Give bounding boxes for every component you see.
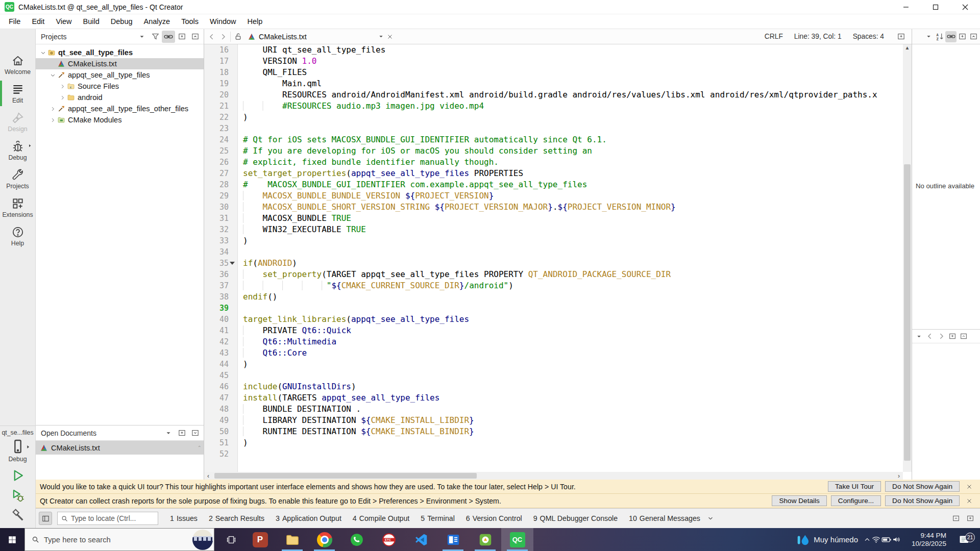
minimize-button[interactable] — [891, 0, 921, 14]
build-button[interactable] — [10, 508, 26, 525]
code-line-36[interactable]: 36 set_property(TARGET appqt_see_all_typ… — [204, 269, 903, 280]
outline-forward-icon[interactable] — [936, 331, 947, 342]
menu-file[interactable]: File — [3, 15, 26, 28]
close-document-icon[interactable] — [384, 31, 396, 42]
code-line-47[interactable]: 47install(TARGETS appqt_see_all_type_fil… — [204, 392, 903, 404]
tree-item-android[interactable]: android — [36, 92, 204, 103]
menu-build[interactable]: Build — [78, 15, 105, 28]
output-pane-application-output[interactable]: 3Application Output — [271, 512, 346, 524]
output-pane-terminal[interactable]: 5Terminal — [416, 512, 459, 524]
code-line-33[interactable]: 33) — [204, 235, 903, 246]
document-selector[interactable]: CMakeLists.txt — [248, 33, 384, 41]
scroll-right-icon[interactable]: › — [895, 472, 903, 480]
output-pane-version-control[interactable]: 6Version Control — [461, 512, 527, 524]
code-line-20[interactable]: 20 RESOURCES android/AndroidManifest.xml… — [204, 89, 903, 101]
sort-icon[interactable]: AZ — [934, 31, 945, 42]
document-dropdown-icon[interactable] — [378, 33, 384, 40]
taskbar-app-etc-app[interactable]: ETC — [373, 528, 405, 551]
close-panel-icon[interactable] — [188, 31, 202, 43]
mode-help[interactable]: Help — [0, 222, 35, 251]
do-not-show-again-button[interactable]: Do Not Show Again — [885, 481, 960, 492]
show-details-button[interactable]: Show Details — [772, 495, 826, 506]
code-line-31[interactable]: 31 MACOSX_BUNDLE TRUE — [204, 213, 903, 224]
vertical-scrollbar[interactable]: ▲ — [903, 44, 912, 472]
code-line-45[interactable]: 45 — [204, 370, 903, 381]
battery-icon[interactable] — [881, 534, 892, 545]
task-view-button[interactable] — [219, 528, 243, 551]
taskbar-app-vscode[interactable] — [405, 528, 437, 551]
take-ui-tour-button[interactable]: Take UI Tour — [828, 481, 881, 492]
vertical-scrollbar-thumb[interactable] — [904, 164, 911, 461]
open-documents-combo-arrow-icon[interactable] — [162, 427, 175, 439]
code-line-27[interactable]: 27set_target_properties(appqt_see_all_ty… — [204, 168, 903, 179]
tree-item-source-files[interactable]: cSource Files — [36, 81, 204, 92]
menu-help[interactable]: Help — [242, 15, 268, 28]
menu-edit[interactable]: Edit — [26, 15, 50, 28]
chevron-collapsed-icon[interactable] — [58, 83, 66, 90]
split-panel-icon[interactable] — [175, 31, 188, 43]
lock-icon[interactable] — [232, 31, 243, 42]
code-line-44[interactable]: 44) — [204, 359, 903, 370]
menu-view[interactable]: View — [50, 15, 77, 28]
close-notification-icon[interactable] — [966, 497, 973, 505]
code-line-24[interactable]: 24# Qt for iOS sets MACOSX_BUNDLE_GUI_ID… — [204, 134, 903, 145]
code-line-26[interactable]: 26# explicit, fixed bundle identifier ma… — [204, 157, 903, 168]
action-center-button[interactable]: 21 — [948, 534, 980, 546]
horizontal-scrollbar[interactable]: ‹ › — [204, 472, 903, 480]
code-line-41[interactable]: 41 PRIVATE Qt6::Quick — [204, 325, 903, 336]
tree-item-cmake-modules[interactable]: CMake Modules — [36, 114, 204, 126]
line-ending-indicator[interactable]: CRLF — [765, 33, 783, 40]
code-line-18[interactable]: 18 QML_FILES — [204, 67, 903, 78]
expand-output-icon[interactable] — [965, 513, 976, 524]
back-icon[interactable] — [206, 31, 217, 42]
run-button[interactable] — [10, 468, 26, 485]
code-line-49[interactable]: 49 LIBRARY DESTINATION ${CMAKE_INSTALL_L… — [204, 415, 903, 426]
horizontal-scrollbar-thumb[interactable] — [214, 473, 477, 479]
close-button[interactable] — [950, 0, 980, 14]
do-not-show-again-button[interactable]: Do Not Show Again — [885, 495, 960, 506]
code-line-37[interactable]: 37 "${CMAKE_CURRENT_SOURCE_DIR}/android"… — [204, 280, 903, 291]
output-pane-general-messages[interactable]: 10General Messages — [624, 512, 705, 524]
toggle-left-sidebar-button[interactable] — [39, 512, 52, 525]
tree-item-cmakelists-txt[interactable]: CMakeLists.txt — [36, 58, 204, 69]
output-pane-issues[interactable]: 1Issues — [165, 512, 202, 524]
projects-panel-title[interactable]: Projects — [41, 33, 135, 41]
volume-icon[interactable] — [892, 535, 901, 544]
mode-welcome[interactable]: Welcome — [0, 51, 35, 79]
output-pane-search-results[interactable]: 2Search Results — [204, 512, 269, 524]
scroll-left-icon[interactable]: ‹ — [204, 472, 212, 480]
code-line-22[interactable]: 22) — [204, 112, 903, 123]
code-line-29[interactable]: 29 MACOSX_BUNDLE_BUNDLE_VERSION ${PROJEC… — [204, 190, 903, 202]
taskbar-app-app-p[interactable]: P — [244, 528, 276, 551]
forward-icon[interactable] — [217, 31, 229, 42]
menu-tools[interactable]: Tools — [176, 15, 204, 28]
outline-combo-arrow[interactable] — [913, 331, 924, 342]
code-line-19[interactable]: 19 Main.qml — [204, 78, 903, 89]
mode-projects[interactable]: Projects — [0, 165, 35, 193]
debug-run-button[interactable] — [10, 488, 26, 505]
open-documents-split-icon[interactable] — [175, 427, 188, 439]
context-arrow-icon[interactable] — [28, 143, 32, 148]
code-line-28[interactable]: 28# MACOSX_BUNDLE_GUI_IDENTIFIER com.exa… — [204, 179, 903, 190]
kit-context-arrow-icon[interactable] — [26, 444, 31, 449]
open-documents-close-split-icon[interactable] — [188, 427, 202, 439]
code-line-51[interactable]: 51) — [204, 437, 903, 448]
code-line-30[interactable]: 30 MACOSX_BUNDLE_SHORT_VERSION_STRING ${… — [204, 202, 903, 213]
code-line-50[interactable]: 50 RUNTIME DESTINATION ${CMAKE_INSTALL_B… — [204, 426, 903, 437]
outline-back-icon[interactable] — [924, 331, 936, 342]
chevron-expanded-icon[interactable] — [39, 49, 47, 56]
mode-design[interactable]: Design — [0, 108, 35, 136]
code-line-21[interactable]: 21 #RESOURCES audio.mp3 imagen.jpg video… — [204, 101, 903, 112]
tree-item-appqt-see-all-type-files-other-files[interactable]: appqt_see_all_type_files_other_files — [36, 103, 204, 114]
code-line-23[interactable]: 23 — [204, 123, 903, 134]
menu-analyze[interactable]: Analyze — [138, 15, 176, 28]
weather-widget[interactable]: Muy húmedo — [791, 533, 863, 546]
kit-selector[interactable]: qt_se...files Debug — [0, 425, 35, 528]
code-line-32[interactable]: 32 WIN32_EXECUTABLE TRUE — [204, 224, 903, 235]
mode-debug[interactable]: Debug — [0, 136, 35, 165]
tree-item-qt-see-all-type-files[interactable]: qt_see_all_type_files — [36, 47, 204, 58]
combo-arrow[interactable] — [923, 31, 934, 42]
taskbar-search[interactable]: Type here to search — [24, 528, 214, 551]
code-line-42[interactable]: 42 Qt6::Multimedia — [204, 336, 903, 347]
taskbar-app-qt-creator[interactable]: QC — [501, 528, 533, 551]
